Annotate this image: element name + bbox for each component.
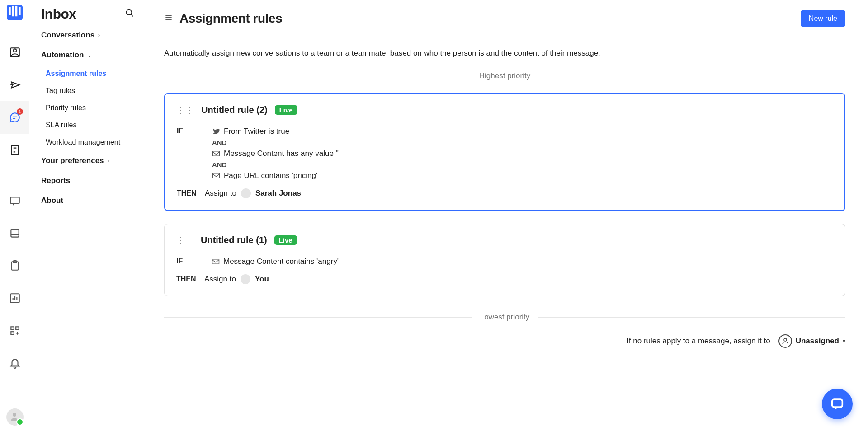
svg-rect-18 (213, 173, 220, 178)
drag-handle-icon[interactable]: ⋮⋮ (176, 235, 193, 245)
nav-sla-rules[interactable]: SLA rules (34, 117, 146, 134)
nav-workload[interactable]: Workload management (34, 134, 146, 151)
svg-rect-2 (15, 6, 17, 16)
condition: Message Content contains 'angry' (212, 257, 339, 266)
then-label: THEN (176, 275, 200, 283)
highest-priority-divider: Highest priority (164, 71, 845, 80)
svg-rect-19 (212, 259, 219, 264)
section-preferences[interactable]: Your preferences › (29, 151, 146, 171)
nav-assignment-rules[interactable]: Assignment rules (34, 65, 146, 82)
nav-inbox-icon[interactable]: 1 (0, 101, 29, 134)
svg-rect-14 (11, 332, 14, 335)
svg-rect-13 (16, 327, 19, 330)
icon-rail: 1 (0, 0, 29, 431)
section-reports[interactable]: Reports (29, 171, 146, 191)
if-label: IF (176, 257, 200, 266)
condition: Message Content has any value '' (212, 149, 339, 158)
if-label: IF (177, 127, 200, 180)
new-rule-button[interactable]: New rule (801, 10, 845, 27)
drag-handle-icon[interactable]: ⋮⋮ (177, 105, 194, 115)
then-label: THEN (177, 189, 200, 197)
nav-bell-icon[interactable] (0, 347, 29, 379)
page-description: Automatically assign new conversations t… (164, 31, 845, 71)
nav-chat-icon[interactable] (0, 184, 29, 217)
nav-people-icon[interactable] (0, 36, 29, 69)
page-title: Assignment rules (179, 11, 282, 26)
fallback-assignee-select[interactable]: Unassigned ▾ (778, 334, 845, 348)
nav-clipboard-icon[interactable] (0, 249, 29, 282)
caret-down-icon: ▾ (843, 338, 845, 344)
nav-book-icon[interactable] (0, 217, 29, 249)
svg-rect-0 (9, 7, 10, 15)
status-badge: Live (275, 105, 297, 115)
nav-send-icon[interactable] (0, 69, 29, 101)
svg-rect-17 (213, 151, 220, 156)
nav-docs-icon[interactable] (0, 134, 29, 166)
svg-rect-1 (12, 6, 14, 16)
mail-icon (212, 258, 220, 265)
svg-rect-3 (19, 7, 20, 15)
badge-count: 1 (17, 108, 23, 115)
svg-point-4 (13, 49, 16, 52)
assignee-name: Sarah Jonas (255, 189, 301, 198)
rule-title: Untitled rule (1) (201, 235, 267, 245)
rule-card[interactable]: ⋮⋮ Untitled rule (2) Live IF From Twitte… (164, 93, 845, 211)
svg-point-20 (784, 338, 787, 341)
condition: Page URL contains 'pricing' (212, 171, 339, 180)
menu-icon[interactable] (164, 13, 173, 24)
section-about[interactable]: About (29, 191, 146, 211)
svg-rect-8 (11, 229, 19, 237)
rule-title: Untitled rule (2) (201, 105, 268, 115)
main-content: Assignment rules New rule Automatically … (146, 0, 868, 431)
chevron-down-icon: ⌄ (87, 52, 92, 58)
sidebar: Inbox Conversations › Automation ⌄ Assig… (29, 0, 146, 431)
help-button[interactable] (822, 389, 853, 419)
person-icon (778, 334, 792, 348)
app-logo[interactable] (7, 5, 23, 20)
svg-point-16 (127, 10, 132, 15)
mail-icon (212, 150, 220, 157)
condition: From Twitter is true (212, 127, 339, 136)
lowest-priority-divider: Lowest priority (164, 313, 845, 322)
nav-apps-icon[interactable] (0, 314, 29, 347)
svg-rect-21 (832, 399, 843, 407)
status-badge: Live (274, 235, 297, 245)
assignee-name: You (255, 275, 269, 284)
chevron-right-icon: › (98, 32, 100, 38)
fallback-text: If no rules apply to a message, assign i… (627, 337, 770, 346)
avatar (241, 274, 250, 284)
sidebar-title: Inbox (41, 6, 76, 22)
section-conversations[interactable]: Conversations › (29, 25, 146, 45)
nav-tag-rules[interactable]: Tag rules (34, 82, 146, 99)
rule-card[interactable]: ⋮⋮ Untitled rule (1) Live IF Message Con… (164, 224, 845, 296)
search-icon[interactable] (125, 9, 134, 19)
user-avatar[interactable] (6, 408, 24, 426)
nav-priority-rules[interactable]: Priority rules (34, 99, 146, 117)
avatar (241, 188, 251, 198)
chevron-right-icon: › (108, 158, 109, 164)
nav-chart-icon[interactable] (0, 282, 29, 314)
twitter-icon (212, 127, 220, 136)
svg-point-15 (13, 413, 16, 417)
section-automation[interactable]: Automation ⌄ (29, 45, 146, 65)
svg-rect-7 (10, 197, 19, 203)
mail-icon (212, 173, 220, 179)
svg-rect-12 (11, 327, 14, 330)
